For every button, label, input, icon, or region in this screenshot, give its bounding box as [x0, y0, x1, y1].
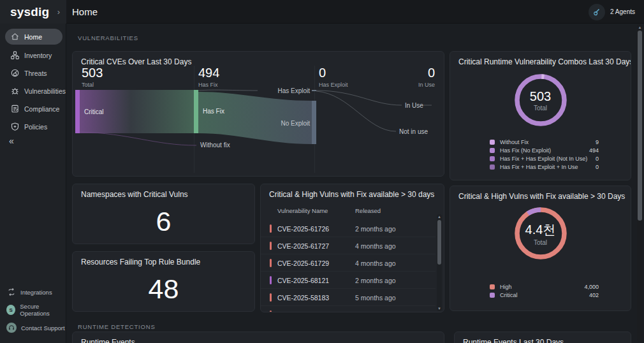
severity-bar — [270, 259, 272, 267]
label-without-fix: Without fix — [200, 142, 230, 149]
sidebar-item-label: Contact Support — [21, 325, 65, 332]
panel-title: Critical CVEs Over Last 30 Days — [81, 57, 191, 66]
sidebar-item-compliance[interactable]: Compliance — [5, 101, 62, 117]
panel-resources-failing-rule-bundle: Resources Failing Top Rule Bundle 48 — [72, 251, 255, 312]
agent-icon — [589, 4, 605, 20]
panel-title: Critical & High Vulns with Fix available… — [269, 190, 434, 199]
table-row[interactable]: CVE-2025-58183 5 months ago — [261, 289, 435, 306]
sidebar-item-vulnerabilities[interactable]: Vulnerabilities — [5, 83, 62, 99]
legend-swatch — [490, 164, 495, 170]
panel-runtime-events-30-days: Runtime Events Last 30 Days — [454, 332, 631, 343]
table-scrollbar-thumb[interactable] — [437, 220, 441, 265]
sidebar-item-integrations[interactable]: Integrations — [6, 285, 65, 299]
integrations-icon — [6, 288, 16, 297]
panel-title: Critical Runtime Vulnerability Combos La… — [458, 57, 631, 66]
headset-icon — [6, 323, 17, 333]
legend-row: High 4,000 — [490, 282, 599, 291]
sidebar-item-home[interactable]: Home — [5, 29, 62, 45]
combos-legend: Without Fix 9 Has Fix (No Exploit) 494 H… — [490, 138, 599, 171]
table-header: Vulnerability Name Released — [261, 207, 444, 217]
panel-runtime-events: Runtime Events — [72, 332, 444, 343]
flow-hasexploit-inuse — [316, 91, 402, 105]
panel-vulns-fix-available-table: Critical & High Vulns with Fix available… — [260, 184, 444, 312]
resources-count: 48 — [73, 266, 254, 311]
sidebar-item-threats[interactable]: Threats — [5, 65, 62, 81]
panel-title: Runtime Events Last 30 Days — [463, 338, 564, 343]
agents-chip[interactable]: 2 Agents — [589, 3, 635, 20]
sidebar-item-secure-operations[interactable]: S Secure Operations — [6, 303, 65, 317]
severity-bar — [270, 276, 272, 284]
panel-vulns-fix-available-donut: Critical & High Vulns with Fix available… — [450, 186, 631, 311]
severity-bar — [270, 224, 272, 233]
table-row[interactable]: CVE-2025-61726 2 months ago — [261, 220, 435, 237]
legend-swatch — [490, 293, 495, 298]
sankey-chart: Critical Has Fix Without fix Has Exploit… — [73, 84, 444, 177]
node-has-fix[interactable] — [194, 90, 198, 133]
table-scrollbar[interactable]: ▲ ▼ — [437, 214, 442, 311]
sidebar-item-label: Vulnerabilities — [24, 87, 66, 95]
legend-row: Critical 402 — [490, 291, 599, 299]
combos-donut-chart: 503 Total — [512, 71, 569, 129]
table-row[interactable]: CVE-2025-68121 2 months ago — [261, 272, 435, 289]
label-has-fix: Has Fix — [203, 108, 224, 115]
sysdig-dashboard: sysdig › Home 2 Agents Home — [0, 0, 644, 343]
page-title: Home — [72, 6, 98, 17]
table-row[interactable]: CVE-2025-61729 4 months ago — [261, 254, 435, 272]
flow-hasfix-noexploit — [198, 92, 312, 144]
severity-bar — [270, 293, 272, 302]
sidebar-item-label: Policies — [24, 123, 47, 131]
fix30-legend: High 4,000 Critical 402 — [490, 282, 599, 299]
severity-bar — [270, 242, 272, 250]
home-icon — [10, 32, 20, 41]
severity-bar — [270, 310, 272, 312]
legend-row: Has Fix + Has Exploit + In Use 0 — [490, 163, 599, 171]
legend-row: Has Fix + Has Exploit (Not In Use) 0 — [490, 154, 599, 163]
sidebar-expand-icon[interactable]: › — [57, 7, 60, 17]
sidebar-item-label: Integrations — [20, 289, 52, 296]
label-critical: Critical — [84, 108, 104, 115]
donut-center: 4.4천 Total — [512, 205, 569, 262]
threats-icon — [10, 68, 20, 78]
table-row[interactable]: CVE-2025-59105 5 months ago — [261, 306, 435, 312]
label-not-in-use: Not in use — [399, 128, 428, 135]
secure-operations-avatar: S — [6, 305, 15, 315]
sidebar-item-policies[interactable]: Policies — [5, 119, 62, 135]
node-no-exploit[interactable] — [312, 101, 316, 144]
panel-title: Runtime Events — [81, 338, 135, 343]
policies-icon — [10, 122, 20, 131]
flow-critical-withoutfix — [80, 132, 196, 145]
sidebar: Home Inventory Threats Vulnerabilities C… — [0, 24, 66, 343]
label-in-use: In Use — [405, 102, 423, 109]
legend-swatch — [490, 140, 495, 145]
panel-critical-cves-sankey: Critical CVEs Over Last 30 Days 503Total… — [72, 51, 444, 177]
sidebar-item-label: Secure Operations — [20, 303, 65, 317]
sidebar-item-label: Compliance — [24, 105, 59, 113]
page-scrollbar[interactable]: ▲ — [637, 24, 643, 342]
section-runtime-detections: RUNTIME DETECTIONS — [78, 323, 156, 330]
topbar: Home 2 Agents — [66, 0, 644, 24]
table-row[interactable]: CVE-2025-61727 4 months ago — [261, 237, 435, 254]
legend-swatch — [490, 156, 495, 161]
vulnerabilities-icon — [10, 86, 20, 96]
legend-row: Without Fix 9 — [490, 138, 599, 146]
section-vulnerabilities: VULNERABILITIES — [78, 34, 138, 41]
sidebar-collapse-button[interactable]: « — [9, 136, 14, 146]
label-no-exploit: No Exploit — [281, 120, 310, 127]
sidebar-item-contact-support[interactable]: Contact Support — [6, 321, 65, 335]
page-scrollbar-thumb[interactable] — [638, 31, 642, 221]
node-has-exploit[interactable] — [312, 90, 316, 91]
sidebar-item-inventory[interactable]: Inventory — [5, 47, 62, 63]
namespaces-count: 6 — [73, 199, 254, 244]
agents-count-label: 2 Agents — [610, 8, 635, 15]
sysdig-logo: sysdig — [10, 5, 57, 19]
label-has-exploit: Has Exploit — [277, 87, 310, 94]
sidebar-item-label: Threats — [24, 69, 47, 77]
flow-hasexploit-notinuse — [316, 91, 396, 131]
donut-center: 503 Total — [512, 71, 569, 129]
panel-namespaces-critical-vulns: Namespaces with Critical Vulns 6 — [72, 184, 255, 244]
flow-hasfix-hasexploit — [198, 90, 258, 91]
node-critical[interactable] — [75, 90, 80, 133]
panel-title: Namespaces with Critical Vulns — [73, 184, 254, 199]
column-vulnerability-name: Vulnerability Name — [277, 207, 328, 214]
legend-row: Has Fix (No Exploit) 494 — [490, 146, 599, 154]
